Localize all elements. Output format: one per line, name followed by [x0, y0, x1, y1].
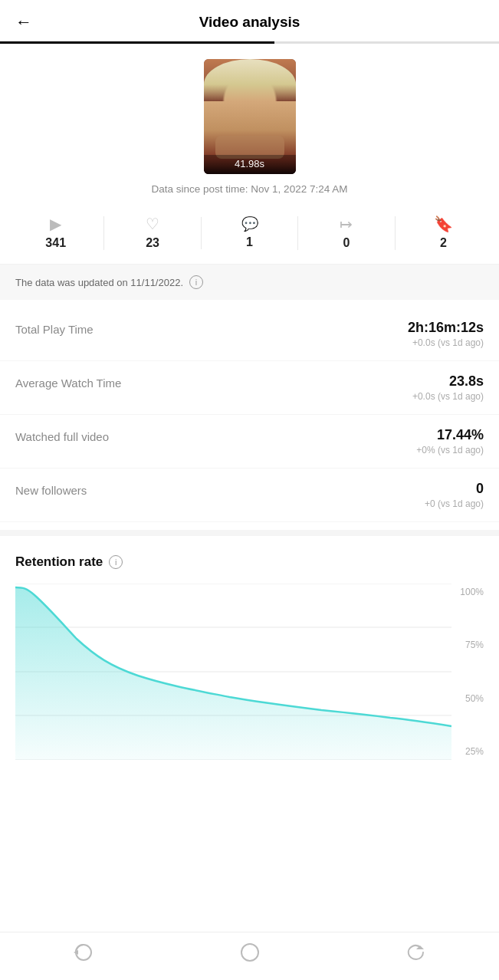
- plays-value: 341: [45, 236, 66, 250]
- metric-total-play-time-main: 2h:16m:12s: [408, 320, 484, 336]
- metric-watched-full-video-values: 17.44% +0% (vs 1d ago): [416, 427, 484, 455]
- bottom-spacer: [0, 760, 499, 821]
- retention-chart-svg: [15, 584, 451, 760]
- metric-new-followers-main: 0: [425, 481, 484, 497]
- likes-icon: ♡: [146, 216, 159, 232]
- metric-watched-full-video-sub: +0% (vs 1d ago): [416, 445, 484, 455]
- metric-watched-full-video-main: 17.44%: [416, 427, 484, 443]
- video-duration: 41.98s: [204, 155, 296, 174]
- back-button[interactable]: ←: [15, 12, 32, 32]
- metric-watched-full-video: Watched full video 17.44% +0% (vs 1d ago…: [0, 415, 499, 469]
- retention-header: Retention rate i: [15, 554, 484, 570]
- section-divider: [0, 530, 499, 536]
- page-title: Video analysis: [199, 14, 300, 31]
- refresh-nav-icon[interactable]: [405, 942, 427, 968]
- retention-title: Retention rate: [15, 554, 103, 570]
- chart-fill-area: [15, 587, 451, 760]
- info-icon[interactable]: i: [189, 275, 203, 289]
- bookmarks-value: 2: [440, 236, 447, 250]
- update-notice: The data was updated on 11/11/2022. i: [0, 265, 499, 300]
- stat-shares: ↦ 0: [297, 216, 394, 250]
- retention-chart: 100% 75% 50% 25%: [15, 584, 484, 760]
- stat-comments: 💬 1: [201, 217, 297, 249]
- stat-plays: ▶ 341: [8, 216, 103, 250]
- metric-new-followers: New followers 0 +0 (vs 1d ago): [0, 469, 499, 522]
- chart-label-25: 25%: [451, 746, 484, 757]
- bottom-nav: [0, 932, 499, 980]
- metric-total-play-time-sub: +0.0s (vs 1d ago): [408, 337, 484, 348]
- profile-nav-icon[interactable]: [73, 942, 94, 968]
- metric-new-followers-label: New followers: [15, 481, 87, 497]
- metric-watched-full-video-label: Watched full video: [15, 427, 109, 443]
- metric-average-watch-time-main: 23.8s: [412, 373, 484, 390]
- update-notice-text: The data was updated on 11/11/2022.: [15, 277, 183, 288]
- metrics-section: Total Play Time 2h:16m:12s +0.0s (vs 1d …: [0, 300, 499, 530]
- comments-value: 1: [246, 235, 253, 249]
- retention-info-icon[interactable]: i: [109, 555, 123, 569]
- stats-row: ▶ 341 ♡ 23 💬 1 ↦ 0 🔖 2: [0, 202, 499, 265]
- stat-likes: ♡ 23: [103, 216, 200, 250]
- metric-average-watch-time-values: 23.8s +0.0s (vs 1d ago): [412, 373, 484, 402]
- chart-y-labels: 100% 75% 50% 25%: [451, 584, 484, 760]
- metric-new-followers-sub: +0 (vs 1d ago): [425, 498, 484, 509]
- metric-average-watch-time-sub: +0.0s (vs 1d ago): [412, 391, 484, 402]
- metric-average-watch-time: Average Watch Time 23.8s +0.0s (vs 1d ag…: [0, 361, 499, 415]
- metric-total-play-time-label: Total Play Time: [15, 320, 94, 336]
- shares-value: 0: [343, 236, 350, 250]
- stat-bookmarks: 🔖 2: [395, 216, 491, 250]
- metric-total-play-time: Total Play Time 2h:16m:12s +0.0s (vs 1d …: [0, 307, 499, 361]
- home-nav-icon[interactable]: [239, 942, 261, 968]
- thumbnail-hair: [204, 59, 296, 101]
- chart-label-50: 50%: [451, 693, 484, 704]
- chart-svg-wrapper: [15, 584, 451, 760]
- svg-point-7: [241, 944, 258, 961]
- thumbnail-section: 41.98s Data since post time: Nov 1, 2022…: [0, 44, 499, 202]
- metric-total-play-time-values: 2h:16m:12s +0.0s (vs 1d ago): [408, 320, 484, 348]
- video-thumbnail[interactable]: 41.98s: [204, 59, 296, 174]
- likes-value: 23: [146, 236, 159, 250]
- shares-icon: ↦: [340, 216, 353, 232]
- chart-label-100: 100%: [451, 587, 484, 597]
- data-since-text: Data since post time: Nov 1, 2022 7:24 A…: [152, 183, 348, 195]
- plays-icon: ▶: [50, 216, 61, 232]
- metric-new-followers-values: 0 +0 (vs 1d ago): [425, 481, 484, 509]
- chart-label-75: 75%: [451, 640, 484, 650]
- metric-average-watch-time-label: Average Watch Time: [15, 373, 121, 390]
- bookmarks-icon: 🔖: [434, 216, 453, 232]
- retention-section: Retention rate i 100% 75% 50% 25%: [0, 536, 499, 760]
- comments-icon: 💬: [241, 217, 258, 231]
- page-header: ← Video analysis: [0, 0, 499, 41]
